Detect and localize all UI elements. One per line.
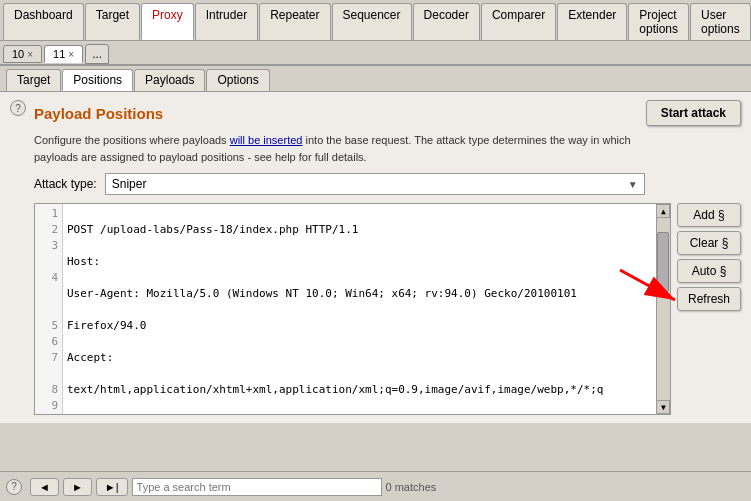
description-text: Configure the positions where payloads w… bbox=[34, 132, 741, 165]
search-input[interactable] bbox=[132, 478, 382, 496]
scrollbar-up[interactable]: ▲ bbox=[656, 204, 670, 218]
payload-header: Payload Positions Start attack bbox=[34, 100, 741, 126]
refresh-button[interactable]: Refresh bbox=[677, 287, 741, 311]
request-editor[interactable]: 1 2 3 4 5 6 7 8 bbox=[34, 203, 671, 415]
subnav-label-10: 10 bbox=[12, 48, 24, 60]
tab-proxy[interactable]: Proxy bbox=[141, 3, 194, 40]
payload-positions-title: Payload Positions bbox=[34, 105, 163, 122]
attack-type-label: Attack type: bbox=[34, 177, 97, 191]
tab-positions[interactable]: Positions bbox=[62, 69, 133, 91]
tab-decoder[interactable]: Decoder bbox=[413, 3, 480, 40]
tab-dashboard[interactable]: Dashboard bbox=[3, 3, 84, 40]
attack-type-row: Attack type: Sniper ▼ bbox=[34, 173, 741, 195]
add-button[interactable]: Add § bbox=[677, 203, 741, 227]
sub-nav-bar: 10 × 11 × ... bbox=[0, 41, 751, 66]
bottom-last-button[interactable]: ►| bbox=[96, 478, 128, 496]
editor-text[interactable]: POST /upload-labs/Pass-18/index.php HTTP… bbox=[63, 204, 656, 414]
app-wrapper: Dashboard Target Proxy Intruder Repeater… bbox=[0, 0, 751, 501]
tab-target[interactable]: Target bbox=[85, 3, 140, 40]
subnav-more[interactable]: ... bbox=[85, 44, 109, 64]
tab-sequencer[interactable]: Sequencer bbox=[332, 3, 412, 40]
tab-payloads[interactable]: Payloads bbox=[134, 69, 205, 91]
tab-project-options[interactable]: Project options bbox=[628, 3, 689, 40]
tab-extender[interactable]: Extender bbox=[557, 3, 627, 40]
bottom-toolbar: ? ◄ ► ►| 0 matches bbox=[0, 471, 751, 501]
tab-repeater[interactable]: Repeater bbox=[259, 3, 330, 40]
matches-count: 0 matches bbox=[386, 481, 437, 493]
subnav-label-11: 11 bbox=[53, 48, 65, 60]
editor-scrollbar[interactable]: ▲ ▼ bbox=[656, 204, 670, 414]
attack-type-select[interactable]: Sniper ▼ bbox=[105, 173, 645, 195]
tab-options[interactable]: Options bbox=[206, 69, 269, 91]
clear-button[interactable]: Clear § bbox=[677, 231, 741, 255]
side-buttons: Add § Clear § Auto § Refresh bbox=[677, 203, 741, 415]
subnav-close-10[interactable]: × bbox=[27, 49, 33, 60]
line-numbers: 1 2 3 4 5 6 7 8 bbox=[35, 204, 63, 414]
help-icon-main[interactable]: ? bbox=[10, 100, 26, 116]
tab-intruder[interactable]: Intruder bbox=[195, 3, 258, 40]
editor-container: 1 2 3 4 5 6 7 8 bbox=[34, 203, 741, 415]
subnav-tab-11[interactable]: 11 × bbox=[44, 45, 83, 63]
scrollbar-thumb[interactable] bbox=[657, 232, 669, 292]
help-icon-bottom[interactable]: ? bbox=[6, 479, 22, 495]
start-attack-button[interactable]: Start attack bbox=[646, 100, 741, 126]
tab-target-2[interactable]: Target bbox=[6, 69, 61, 91]
payload-positions-section: ? Payload Positions Start attack Configu… bbox=[10, 100, 741, 415]
attack-type-value: Sniper bbox=[112, 177, 147, 191]
select-arrow-icon: ▼ bbox=[628, 179, 638, 190]
description-highlight: will be inserted bbox=[230, 134, 303, 146]
subnav-close-11[interactable]: × bbox=[68, 49, 74, 60]
auto-button[interactable]: Auto § bbox=[677, 259, 741, 283]
tab-comparer[interactable]: Comparer bbox=[481, 3, 556, 40]
scrollbar-down[interactable]: ▼ bbox=[656, 400, 670, 414]
bottom-next-button[interactable]: ► bbox=[63, 478, 92, 496]
tab-user-options[interactable]: User options bbox=[690, 3, 751, 40]
bottom-prev-button[interactable]: ◄ bbox=[30, 478, 59, 496]
subnav-tab-10[interactable]: 10 × bbox=[3, 45, 42, 63]
second-tab-bar: Target Positions Payloads Options bbox=[0, 66, 751, 92]
main-content: ? Payload Positions Start attack Configu… bbox=[0, 92, 751, 423]
main-tab-bar: Dashboard Target Proxy Intruder Repeater… bbox=[0, 0, 751, 41]
